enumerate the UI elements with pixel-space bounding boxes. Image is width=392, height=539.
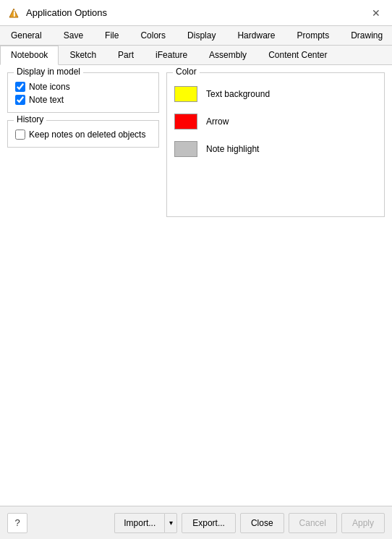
text-background-swatch[interactable] — [174, 86, 197, 102]
app-icon: i — [7, 7, 20, 20]
display-group-title: Display in model — [14, 67, 83, 77]
color-items-list: Text background Arrow Note highlight — [174, 86, 377, 157]
apply-button[interactable]: Apply — [341, 513, 385, 533]
keep-notes-row: Keep notes on deleted objects — [15, 130, 151, 140]
text-background-label: Text background — [206, 89, 270, 99]
tab-row-2: Notebook Sketch Part iFeature Assembly C… — [0, 46, 392, 65]
export-button[interactable]: Export... — [182, 513, 236, 533]
text-background-item[interactable]: Text background — [174, 86, 377, 102]
title-bar: i Application Options ✕ — [0, 0, 392, 26]
main-spacer — [0, 293, 392, 506]
arrow-item[interactable]: Arrow — [174, 114, 377, 130]
keep-notes-checkbox[interactable] — [15, 130, 25, 140]
tab-file[interactable]: File — [94, 26, 129, 45]
note-text-label[interactable]: Note text — [29, 95, 64, 105]
tab-display[interactable]: Display — [176, 26, 226, 45]
tab-prompts[interactable]: Prompts — [286, 26, 340, 45]
tab-ifeature[interactable]: iFeature — [145, 46, 198, 64]
history-group-content: Keep notes on deleted objects — [15, 130, 151, 140]
display-group-content: Note icons Note text — [15, 82, 151, 105]
tab-hardware[interactable]: Hardware — [226, 26, 286, 45]
content-area: Display in model Note icons Note text Hi… — [0, 65, 392, 293]
tab-sketch[interactable]: Sketch — [59, 46, 107, 64]
history-group-title: History — [14, 114, 46, 124]
svg-text:i: i — [13, 8, 16, 19]
note-icons-label[interactable]: Note icons — [29, 82, 70, 92]
tab-drawing[interactable]: Drawing — [340, 26, 392, 45]
note-highlight-item[interactable]: Note highlight — [174, 141, 377, 157]
note-highlight-swatch[interactable] — [174, 141, 197, 157]
close-button[interactable]: Close — [240, 513, 284, 533]
arrow-label: Arrow — [206, 116, 229, 127]
tab-row-1: General Save File Colors Display Hardwar… — [0, 26, 392, 46]
tab-colors[interactable]: Colors — [129, 26, 176, 45]
help-button[interactable]: ? — [7, 513, 27, 533]
note-icons-row: Note icons — [15, 82, 151, 92]
import-button[interactable]: Import... — [114, 513, 164, 533]
keep-notes-label[interactable]: Keep notes on deleted objects — [29, 130, 145, 140]
tab-notebook[interactable]: Notebook — [0, 46, 59, 65]
left-panel: Display in model Note icons Note text Hi… — [7, 72, 159, 286]
footer: ? Import... ▾ Export... Close Cancel App… — [0, 506, 392, 539]
color-panel-title: Color — [173, 67, 200, 77]
color-panel: Color Text background Arrow Note highlig… — [166, 72, 385, 217]
arrow-swatch[interactable] — [174, 114, 197, 130]
close-window-button[interactable]: ✕ — [367, 4, 385, 22]
note-icons-checkbox[interactable] — [15, 82, 25, 92]
import-dropdown-button[interactable]: ▾ — [164, 513, 177, 533]
note-highlight-label: Note highlight — [206, 144, 259, 154]
tab-save[interactable]: Save — [53, 26, 94, 45]
import-group: Import... ▾ — [114, 513, 177, 533]
history-group: History Keep notes on deleted objects — [7, 120, 159, 148]
tab-assembly[interactable]: Assembly — [198, 46, 257, 64]
display-in-model-group: Display in model Note icons Note text — [7, 72, 159, 113]
cancel-button[interactable]: Cancel — [289, 513, 337, 533]
tab-part[interactable]: Part — [107, 46, 145, 64]
note-text-row: Note text — [15, 95, 151, 105]
tab-general[interactable]: General — [0, 26, 53, 45]
note-text-checkbox[interactable] — [15, 95, 25, 105]
window-title: Application Options — [26, 7, 362, 18]
tab-content-center[interactable]: Content Center — [257, 46, 338, 64]
